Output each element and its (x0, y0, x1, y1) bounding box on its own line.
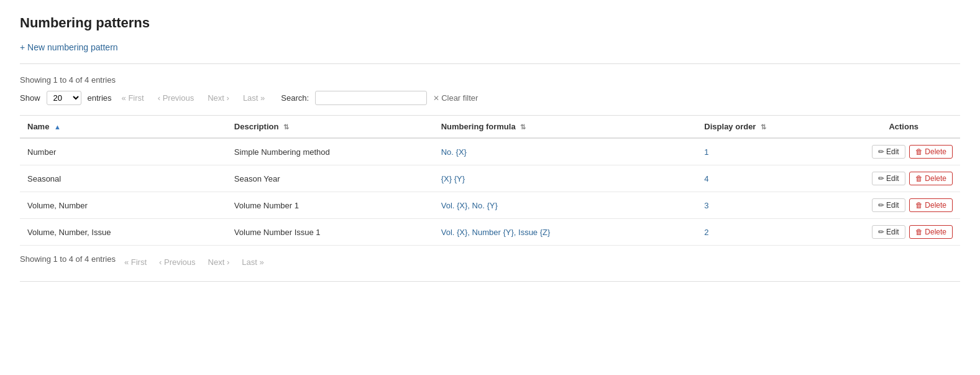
cell-formula-1: {X} {Y} (434, 165, 697, 192)
previous-button-top[interactable]: ‹ Previous (154, 92, 198, 104)
table-row: Volume, Number, Issue Volume Number Issu… (20, 219, 960, 246)
cell-formula-2: Vol. {X}, No. {Y} (434, 192, 697, 219)
delete-button-3[interactable]: 🗑 Delete (909, 225, 953, 239)
trash-icon: 🗑 (915, 228, 923, 236)
cell-order-0: 1 (697, 138, 847, 165)
new-numbering-pattern-link[interactable]: + New numbering pattern (20, 42, 118, 52)
cell-name-3: Volume, Number, Issue (20, 219, 227, 246)
delete-button-2[interactable]: 🗑 Delete (909, 198, 953, 212)
cell-actions-1: ✏ Edit 🗑 Delete (847, 165, 960, 192)
sort-icon-order: ⇅ (761, 123, 766, 131)
show-label: Show (20, 93, 40, 103)
sort-icon-formula: ⇅ (520, 123, 526, 131)
table-row: Volume, Number Volume Number 1 Vol. {X},… (20, 192, 960, 219)
edit-button-0[interactable]: ✏ Edit (872, 145, 905, 159)
divider-bottom (20, 281, 960, 282)
trash-icon: 🗑 (915, 201, 923, 210)
next-button-top[interactable]: Next › (204, 92, 233, 104)
trash-icon: 🗑 (915, 174, 923, 183)
col-header-actions: Actions (847, 116, 960, 139)
cell-actions-3: ✏ Edit 🗑 Delete (847, 219, 960, 246)
page-title: Numbering patterns (20, 15, 960, 31)
edit-button-2[interactable]: ✏ Edit (872, 198, 905, 212)
last-button-top[interactable]: Last » (239, 92, 268, 104)
col-header-description[interactable]: Description ⇅ (227, 116, 434, 139)
next-button-bottom[interactable]: Next › (204, 256, 234, 268)
clear-filter-label: Clear filter (441, 93, 478, 103)
cell-desc-1: Season Year (227, 165, 434, 192)
cell-order-2: 3 (697, 192, 847, 219)
trash-icon: 🗑 (915, 147, 923, 156)
edit-button-1[interactable]: ✏ Edit (872, 172, 905, 185)
col-header-formula[interactable]: Numbering formula ⇅ (434, 116, 697, 139)
pencil-icon: ✏ (878, 228, 884, 236)
pencil-icon: ✏ (878, 201, 884, 210)
sort-icon-name: ▲ (54, 123, 61, 131)
cell-desc-3: Volume Number Issue 1 (227, 219, 434, 246)
cell-desc-2: Volume Number 1 (227, 192, 434, 219)
cell-name-2: Volume, Number (20, 192, 227, 219)
pencil-icon: ✏ (878, 174, 884, 183)
numbering-patterns-table: Name ▲ Description ⇅ Numbering formula ⇅… (20, 115, 960, 246)
cell-actions-2: ✏ Edit 🗑 Delete (847, 192, 960, 219)
table-row: Number Simple Numbering method No. {X} 1… (20, 138, 960, 165)
divider-top (20, 63, 960, 64)
col-header-order[interactable]: Display order ⇅ (697, 116, 847, 139)
cell-actions-0: ✏ Edit 🗑 Delete (847, 138, 960, 165)
showing-top: Showing 1 to 4 of 4 entries (20, 75, 960, 85)
clear-filter-button[interactable]: ✕ Clear filter (433, 93, 478, 103)
table-row: Seasonal Season Year {X} {Y} 4 ✏ Edit 🗑 … (20, 165, 960, 192)
cell-formula-0: No. {X} (434, 138, 697, 165)
sort-icon-description: ⇅ (283, 123, 289, 131)
showing-bottom: Showing 1 to 4 of 4 entries (20, 254, 116, 264)
first-button-bottom[interactable]: « First (121, 256, 150, 268)
bottom-pagination-row: Showing 1 to 4 of 4 entries « First ‹ Pr… (20, 254, 960, 270)
cell-name-0: Number (20, 138, 227, 165)
controls-row: Show 20 10 50 100 entries « First ‹ Prev… (20, 91, 960, 105)
col-header-name[interactable]: Name ▲ (20, 116, 227, 139)
entries-label: entries (88, 93, 112, 103)
first-button-top[interactable]: « First (118, 92, 148, 104)
table-header-row: Name ▲ Description ⇅ Numbering formula ⇅… (20, 116, 960, 139)
x-icon: ✕ (433, 94, 439, 103)
entries-select[interactable]: 20 10 50 100 (47, 91, 81, 105)
previous-button-bottom[interactable]: ‹ Previous (155, 256, 199, 268)
cell-formula-3: Vol. {X}, Number {Y}, Issue {Z} (434, 219, 697, 246)
edit-button-3[interactable]: ✏ Edit (872, 225, 905, 239)
cell-order-3: 2 (697, 219, 847, 246)
cell-desc-0: Simple Numbering method (227, 138, 434, 165)
cell-order-1: 4 (697, 165, 847, 192)
delete-button-0[interactable]: 🗑 Delete (909, 145, 953, 159)
search-input[interactable] (315, 91, 427, 105)
search-label: Search: (281, 93, 309, 103)
pencil-icon: ✏ (878, 147, 884, 156)
cell-name-1: Seasonal (20, 165, 227, 192)
delete-button-1[interactable]: 🗑 Delete (909, 172, 953, 185)
last-button-bottom[interactable]: Last » (238, 256, 267, 268)
